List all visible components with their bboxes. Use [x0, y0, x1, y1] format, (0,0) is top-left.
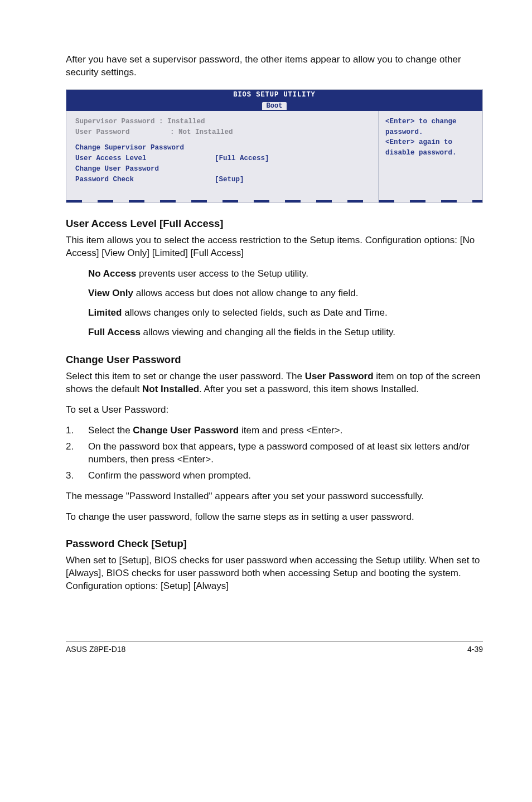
password-check-value: [Setup]	[215, 175, 244, 185]
bios-left-pane: Supervisor Password : Installed User Pas…	[66, 111, 379, 201]
change-user-password: Change User Password	[75, 164, 215, 175]
bios-tab-row: Boot	[66, 100, 482, 111]
cup-description: Select this item to set or change the us…	[66, 370, 483, 396]
bios-help-line-3: <Enter> again to	[385, 137, 477, 148]
ual-option-view-only: View Only allows access but does not all…	[66, 287, 483, 300]
ual-option-full-access: Full Access allows viewing and changing …	[66, 326, 483, 339]
footer-left: ASUS Z8PE-D18	[66, 645, 125, 654]
bios-body: Supervisor Password : Installed User Pas…	[66, 111, 482, 201]
supervisor-password-label: Supervisor Password : Installed	[75, 117, 205, 127]
bios-title-bar: BIOS SETUP UTILITY	[66, 90, 482, 100]
cup-step-3: Confirm the password when prompted.	[66, 470, 483, 482]
bios-help-line-4: disable password.	[385, 148, 477, 158]
cup-success-msg: The message "Password Installed" appears…	[66, 490, 483, 503]
user-password-label: User Password: Not Installed	[75, 127, 233, 138]
cup-steps-list: Select the Change User Password item and…	[66, 424, 483, 482]
user-access-level-value: [Full Access]	[215, 153, 269, 164]
bios-help-line-2: password.	[385, 127, 477, 138]
password-check-description: When set to [Setup], BIOS checks for use…	[66, 554, 483, 593]
footer-right: 4-39	[467, 645, 483, 654]
user-access-level-label: User Access Level	[75, 153, 215, 164]
ual-option-limited: Limited allows changes only to selected …	[66, 307, 483, 320]
ual-option-no-access: No Access prevents user access to the Se…	[66, 268, 483, 281]
heading-user-access-level: User Access Level [Full Access]	[66, 218, 483, 230]
bios-bottom-divider	[66, 200, 482, 202]
ual-description: This item allows you to select the acces…	[66, 234, 483, 260]
cup-change-note: To change the user password, follow the …	[66, 511, 483, 524]
cup-step-1: Select the Change User Password item and…	[66, 424, 483, 437]
bios-tab-boot: Boot	[262, 102, 287, 110]
password-check-label: Password Check	[75, 175, 215, 185]
bios-screenshot: BIOS SETUP UTILITY Boot Supervisor Passw…	[66, 89, 483, 204]
heading-change-user-password: Change User Password	[66, 354, 483, 366]
heading-password-check: Password Check [Setup]	[66, 538, 483, 550]
intro-paragraph: After you have set a supervisor password…	[66, 54, 483, 79]
change-supervisor-password: Change Supervisor Password	[75, 143, 215, 153]
bios-help-pane: <Enter> to change password. <Enter> agai…	[379, 111, 482, 201]
bios-help-line-1: <Enter> to change	[385, 117, 477, 127]
cup-step-2: On the password box that appears, type a…	[66, 441, 483, 466]
cup-to-set: To set a User Password:	[66, 404, 483, 417]
page-footer: ASUS Z8PE-D18 4-39	[66, 641, 483, 654]
